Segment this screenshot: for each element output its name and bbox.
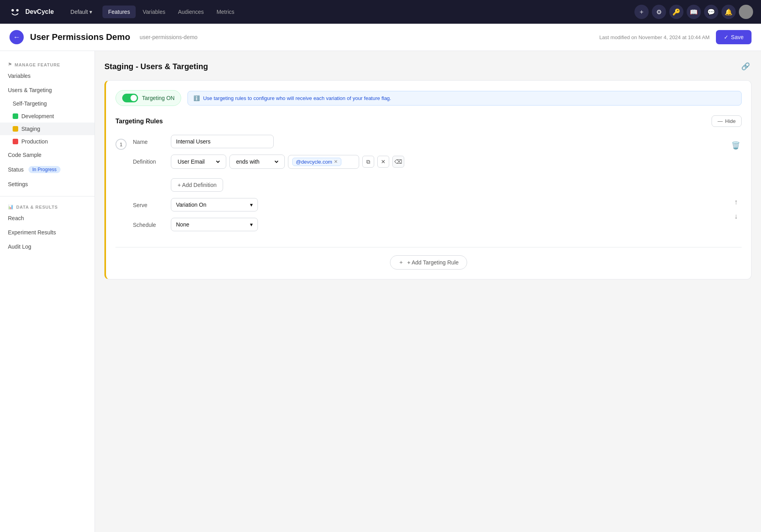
definition-row: Definition User Email User ID Country (133, 155, 726, 192)
hide-button[interactable]: — Hide (712, 115, 742, 127)
flag-icon: ⚑ (8, 62, 12, 67)
logo: DevCycle (8, 5, 54, 19)
avatar[interactable] (739, 5, 753, 19)
sidebar-item-production[interactable]: Production (0, 135, 95, 148)
page-title: User Permissions Demo (30, 32, 130, 42)
development-env-dot (13, 113, 18, 119)
nav-link-features[interactable]: Features (102, 6, 135, 18)
name-label: Name (133, 135, 165, 145)
move-up-btn[interactable]: ↑ (731, 196, 742, 208)
chart-icon: 📊 (8, 204, 14, 209)
toggle-label: Targeting ON (142, 95, 174, 101)
settings-icon-btn[interactable]: ⚙ (652, 5, 666, 19)
nav-link-variables[interactable]: Variables (137, 6, 171, 18)
top-nav: DevCycle Default ▾ Features Variables Au… (0, 0, 761, 24)
nav-icons: ＋ ⚙ 🔑 📖 💬 🔔 (634, 5, 753, 19)
bell-icon-btn[interactable]: 🔔 (721, 5, 736, 19)
svg-point-0 (8, 5, 22, 19)
clear-icon: ✕ (381, 158, 386, 165)
sidebar-item-users-targeting[interactable]: Users & Targeting (0, 83, 95, 97)
sidebar-item-code-sample[interactable]: Code Sample (0, 148, 95, 162)
schedule-dropdown[interactable]: None ▾ (171, 218, 258, 231)
toggle-container[interactable]: Targeting ON (115, 90, 181, 106)
rule-number: 1 (115, 139, 127, 150)
main-layout: ⚑ MANAGE FEATURE Variables Users & Targe… (0, 51, 761, 532)
sidebar: ⚑ MANAGE FEATURE Variables Users & Targe… (0, 51, 95, 532)
copy-icon: ⧉ (366, 158, 370, 165)
move-down-btn[interactable]: ↓ (731, 211, 742, 222)
staging-env-dot (13, 126, 18, 132)
link-icon-btn[interactable]: 🔗 (740, 60, 752, 72)
rule-delete-btn[interactable]: 🗑️ (730, 140, 742, 151)
sidebar-item-variables[interactable]: Variables (0, 69, 95, 83)
hide-minus-icon: — (717, 118, 723, 124)
move-buttons: ↑ ↓ (731, 196, 742, 222)
rule-body: Name Definition User Email (133, 135, 726, 238)
last-modified: Last modified on November 4, 2024 at 10:… (599, 34, 710, 40)
down-arrow-icon: ↓ (734, 212, 738, 221)
operator-select[interactable]: ends with contains equals starts with (235, 158, 280, 165)
name-input-area (171, 135, 726, 148)
env-selector[interactable]: Default ▾ (66, 6, 96, 17)
content-header: Staging - Users & Targeting 🔗 (104, 60, 752, 72)
rules-title: Targeting Rules (115, 118, 163, 125)
targeting-panel: Targeting ON ℹ️ Use targeting rules to c… (104, 80, 752, 279)
filter-select[interactable]: User Email User ID Country (176, 158, 221, 165)
name-row: Name (133, 135, 726, 148)
sidebar-item-audit-log[interactable]: Audit Log (0, 240, 95, 254)
svg-point-2 (16, 9, 19, 11)
serve-label: Serve (133, 198, 165, 208)
schedule-content: None ▾ (171, 218, 726, 231)
info-banner: ℹ️ Use targeting rules to configure who … (187, 91, 742, 106)
backspace-icon: ⌫ (394, 158, 402, 165)
tag-input-area[interactable]: @devcycle.com ✕ (288, 155, 359, 169)
discord-icon-btn[interactable]: 💬 (704, 5, 718, 19)
production-env-dot (13, 139, 18, 144)
page-header: ← User Permissions Demo user-permissions… (0, 24, 761, 51)
targeting-toggle-row: Targeting ON ℹ️ Use targeting rules to c… (115, 90, 742, 106)
sidebar-item-self-targeting[interactable]: Self-Targeting (0, 97, 95, 110)
manage-feature-label: ⚑ MANAGE FEATURE (0, 59, 95, 69)
schedule-label: Schedule (133, 218, 165, 228)
sidebar-item-reach[interactable]: Reach (0, 211, 95, 225)
clear-icon-btn[interactable]: ✕ (377, 156, 389, 168)
tag-devcycle: @devcycle.com ✕ (292, 158, 341, 166)
back-button[interactable]: ← (9, 30, 24, 44)
book-icon-btn[interactable]: 📖 (687, 5, 701, 19)
info-icon: ℹ️ (193, 95, 200, 101)
backspace-btn[interactable]: ⌫ (392, 156, 404, 168)
serve-dropdown[interactable]: Variation On ▾ (171, 198, 258, 211)
add-icon-btn[interactable]: ＋ (634, 5, 649, 19)
nav-link-metrics[interactable]: Metrics (211, 6, 240, 18)
definition-label: Definition (133, 155, 165, 165)
name-input[interactable] (171, 135, 274, 148)
sidebar-item-development[interactable]: Development (0, 110, 95, 123)
sidebar-item-staging[interactable]: Staging (0, 123, 95, 135)
data-results-label: 📊 DATA & RESULTS (0, 201, 95, 211)
sidebar-divider (0, 196, 95, 196)
sidebar-item-status[interactable]: Status In Progress (0, 162, 95, 177)
add-targeting-rule-btn[interactable]: ＋ + Add Targeting Rule (390, 255, 467, 270)
serve-chevron: ▾ (250, 202, 253, 208)
add-rule-row: ＋ + Add Targeting Rule (115, 247, 742, 270)
serve-row: Serve Variation On ▾ (133, 198, 726, 211)
rule-card-1: 1 Name Definition (115, 135, 742, 238)
key-icon-btn[interactable]: 🔑 (669, 5, 683, 19)
rules-header: Targeting Rules — Hide (115, 115, 742, 127)
add-definition-btn[interactable]: + Add Definition (171, 178, 223, 192)
tag-remove-btn[interactable]: ✕ (334, 159, 338, 164)
filter-dropdown[interactable]: User Email User ID Country (171, 155, 226, 169)
delete-icon: 🗑️ (731, 141, 740, 149)
save-icon: ✓ (724, 34, 729, 40)
copy-icon-btn[interactable]: ⧉ (362, 156, 374, 168)
sidebar-item-experiment-results[interactable]: Experiment Results (0, 225, 95, 240)
operator-dropdown[interactable]: ends with contains equals starts with (229, 155, 285, 169)
save-button[interactable]: ✓ Save (716, 30, 752, 44)
definition-content: User Email User ID Country ends with con… (171, 155, 726, 192)
sidebar-item-settings[interactable]: Settings (0, 177, 95, 191)
section-title: Staging - Users & Targeting (104, 62, 208, 71)
targeting-toggle[interactable] (122, 94, 138, 102)
nav-link-audiences[interactable]: Audiences (172, 6, 209, 18)
schedule-row: Schedule None ▾ (133, 218, 726, 231)
svg-point-1 (11, 9, 14, 11)
